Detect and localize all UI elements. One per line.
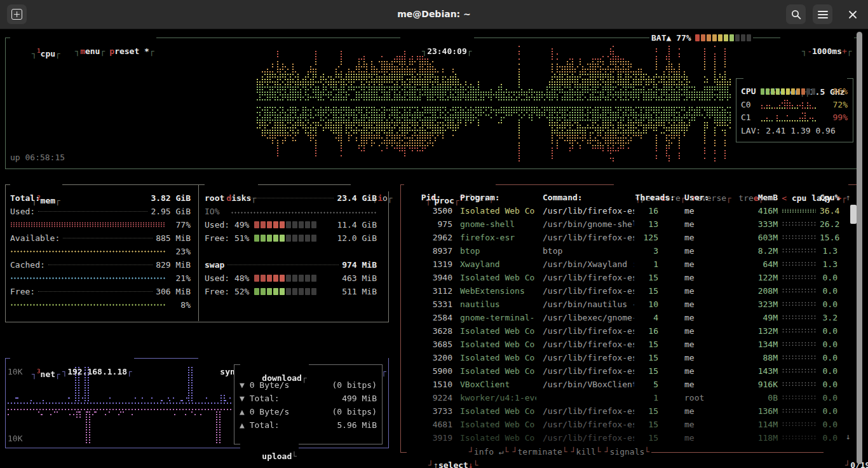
table-row[interactable]: 3200Isolated Web Co/usr/lib/firefox-es15… xyxy=(404,351,857,364)
cpu-usage-meter xyxy=(761,88,815,95)
core0-percent: 72% xyxy=(833,98,848,111)
table-row[interactable]: 4681Isolated Web Co/usr/lib/firefox-es15… xyxy=(404,418,857,431)
close-icon xyxy=(848,10,857,19)
table-row[interactable]: 8937btopbtop3me8.2M1.3 xyxy=(404,244,857,258)
table-row[interactable]: 3112WebExtensions/usr/lib/firefox-es15me… xyxy=(404,284,857,298)
rate-minus-button[interactable]: - xyxy=(807,46,812,56)
proc-cpu-dots xyxy=(782,409,816,413)
terminal-window: me@Debian: ~ ┐1cpu┌ ┐menu┌ preset *┌ ┐23… xyxy=(0,0,868,468)
core0-row: C0 72% xyxy=(741,98,848,111)
mem-row: Used:2.95 GiB xyxy=(10,205,191,218)
titlebar: me@Debian: ~ xyxy=(0,0,868,29)
table-row[interactable]: 3685Isolated Web Co/usr/lib/firefox-es15… xyxy=(404,338,857,351)
proc-sort-selector[interactable]: < cpu lazy >┌ xyxy=(760,178,848,191)
net-stat-row: ▲ Total:5.96 MiB xyxy=(240,418,377,432)
disk-name-row: swap974 MiB xyxy=(205,258,377,272)
net-stat-row: ▼ 0 Byte/s(0 bitps) xyxy=(240,378,377,392)
footer-item-terminate[interactable]: ┘terminate└ xyxy=(511,445,569,458)
proc-tree-toggle[interactable]: tree┌ xyxy=(717,178,765,191)
scroll-up-indicator[interactable]: ↑ xyxy=(846,191,851,204)
select-down-icon[interactable]: ↓ xyxy=(468,460,473,468)
net-ip-label: ┐192.168.1.18┌ xyxy=(41,352,134,365)
disk-used-row: Used: 49% 11.4 GiB xyxy=(205,218,377,231)
core0-graph xyxy=(761,99,818,109)
proc-cpu-dots xyxy=(782,436,816,440)
mem-percent: 8% xyxy=(165,298,191,312)
mem-usage-dots xyxy=(10,304,165,306)
download-arrow-icon: ▼ xyxy=(240,378,250,392)
table-row[interactable]: 9224kworker/u4:1-eve1root0B0.0 xyxy=(404,391,857,404)
disk-free-row: Free: 51% 12.0 GiB xyxy=(205,231,377,245)
core1-row: C1 99% xyxy=(741,111,848,124)
table-row[interactable]: 3500Isolated Web Co/usr/lib/firefox-es16… xyxy=(404,204,857,217)
mem-percent: 23% xyxy=(165,245,191,258)
net-stat-row: ▲ 0 Byte/s(0 bitps) xyxy=(240,405,377,418)
table-row[interactable]: 2584gnome-terminal-/usr/libexec/gnome-4m… xyxy=(404,311,857,324)
disk-used-row: Used: 48% 463 MiB xyxy=(205,272,377,285)
mem-percent: 21% xyxy=(165,272,191,285)
proc-footer-menu: ┘info ↵└┘terminate└┘kill└┘signals└ xyxy=(467,445,651,458)
search-icon xyxy=(791,10,801,20)
terminal-scrollbar[interactable] xyxy=(857,32,862,464)
mem-box-title[interactable]: ┐2mem┌ xyxy=(10,178,62,191)
proc-scrollbar-thumb[interactable] xyxy=(850,205,857,224)
table-row[interactable]: 1319Xwayland/usr/bin/Xwayland :1me64M1.3 xyxy=(404,258,857,271)
net-scale-bottom: 10K xyxy=(8,432,22,445)
proc-cpu-dots xyxy=(782,275,816,280)
mem-usage-dots xyxy=(10,251,165,252)
download-arrow-icon: ▼ xyxy=(240,392,250,405)
io-toggle[interactable]: ┐io┌ xyxy=(351,178,395,191)
table-row[interactable]: 975gnome-shell/usr/bin/gnome-shel13me333… xyxy=(404,217,857,231)
table-row[interactable]: 2962firefox-esr/usr/lib/firefox-es125me6… xyxy=(404,231,857,244)
proc-cpu-dots xyxy=(782,396,816,400)
disk-io-label: IO% xyxy=(205,205,219,218)
footer-item-signals[interactable]: ┘signals└ xyxy=(603,445,651,458)
table-row[interactable]: 5331nautilus/usr/bin/nautilus -10me323M0… xyxy=(404,298,857,311)
proc-cpu-dots xyxy=(782,329,816,333)
update-rate-control[interactable]: ┐-1000ms+┌ xyxy=(780,31,854,45)
table-row[interactable]: 3733Isolated Web Co/usr/lib/firefox-es15… xyxy=(404,404,857,418)
net-stat-row: ▼ Total:499 MiB xyxy=(240,392,377,405)
proc-cpu-dots xyxy=(782,382,816,387)
preset-toggle[interactable]: preset *┌ xyxy=(88,31,156,45)
search-button[interactable] xyxy=(786,4,806,24)
table-row[interactable]: 3628Isolated Web Co/usr/lib/firefox-es16… xyxy=(404,324,857,338)
menu-button[interactable] xyxy=(813,4,832,24)
table-row[interactable]: 3940Isolated Web Co/usr/lib/firefox-es15… xyxy=(404,271,857,284)
net-interface-switcher[interactable]: <b enp0s3 n>┌ xyxy=(300,352,388,365)
rate-plus-button[interactable]: + xyxy=(842,46,847,56)
window-title: me@Debian: ~ xyxy=(0,0,868,29)
proc-cpu-dots xyxy=(782,342,816,347)
proc-cpu-dots xyxy=(782,422,816,427)
upload-arrow-icon: ▲ xyxy=(240,418,250,432)
cpu-model-label: Celeron┌┐1.5 GHz xyxy=(743,72,847,85)
table-row[interactable]: 1510VBoxClient/usr/bin/VBoxClient5me916K… xyxy=(404,378,857,391)
mem-usage-dots xyxy=(10,277,165,279)
select-up-icon[interactable]: ↑ xyxy=(433,460,438,468)
close-button[interactable] xyxy=(843,4,862,24)
battery-meter xyxy=(695,34,751,41)
proc-cpu-dots xyxy=(782,302,816,306)
mem-row: Available:885 MiB xyxy=(10,231,191,245)
scroll-down-indicator[interactable]: ↓ xyxy=(846,430,851,443)
proc-filter-toggle[interactable]: filter┌ xyxy=(437,178,496,191)
clock: ┐23:40:09┌ xyxy=(400,31,474,45)
disks-toggle[interactable]: disks┌ xyxy=(205,178,258,191)
net-scale-top: 10K xyxy=(8,365,22,378)
core1-graph xyxy=(761,112,818,122)
hamburger-icon xyxy=(818,11,828,18)
upload-label: upload└ xyxy=(240,436,299,450)
download-label: download┌ xyxy=(240,358,309,371)
footer-item-kill[interactable]: ┘kill└ xyxy=(569,445,603,458)
cpu-total-percent: 86% xyxy=(833,85,848,98)
table-row[interactable]: 3919Isolated Web Co/usr/lib/firefox-es15… xyxy=(404,431,857,444)
proc-table: 3500Isolated Web Co/usr/lib/firefox-es16… xyxy=(404,204,857,444)
core1-percent: 99% xyxy=(833,111,848,124)
mem-disks-divider xyxy=(198,184,199,321)
proc-cpu-dots xyxy=(782,262,816,266)
proc-cpu-dots xyxy=(782,289,816,293)
proc-cpu-dots xyxy=(782,222,816,226)
footer-item-info[interactable]: ┘info ↵└ xyxy=(467,445,511,458)
table-row[interactable]: 5900Isolated Web Co/usr/lib/firefox-es15… xyxy=(404,364,857,378)
proc-cpu-dots xyxy=(782,315,816,320)
